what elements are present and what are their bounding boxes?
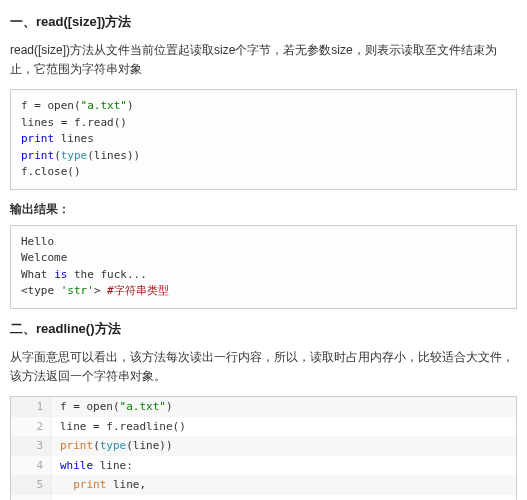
- section1-desc: read([size])方法从文件当前位置起读取size个字节，若无参数size…: [10, 41, 517, 79]
- section1-code: f = open("a.txt") lines = f.read() print…: [10, 89, 517, 190]
- section2-desc: 从字面意思可以看出，该方法每次读出一行内容，所以，读取时占用内存小，比较适合大文…: [10, 348, 517, 386]
- section1-output-label: 输出结果：: [10, 200, 517, 219]
- section2-heading: 二、readline()方法: [10, 319, 517, 340]
- section2-code: 1f = open("a.txt")2line = f.readline()3p…: [10, 396, 517, 500]
- section1-heading: 一、read([size])方法: [10, 12, 517, 33]
- section1-output: Hello Welcome What is the fuck... <type …: [10, 225, 517, 309]
